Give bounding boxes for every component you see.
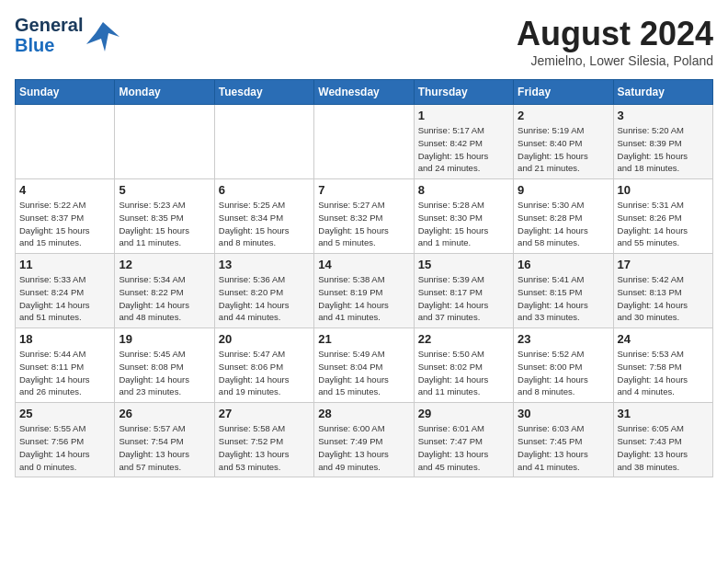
calendar-cell [214, 105, 313, 179]
weekday-header-saturday: Saturday [613, 80, 712, 105]
logo-general: General [15, 15, 83, 35]
day-info: Sunrise: 5:42 AM Sunset: 8:13 PM Dayligh… [618, 273, 709, 324]
day-info: Sunrise: 5:45 AM Sunset: 8:08 PM Dayligh… [119, 348, 210, 398]
calendar-cell: 5Sunrise: 5:23 AM Sunset: 8:35 PM Daylig… [115, 179, 214, 254]
calendar-cell: 2Sunrise: 5:19 AM Sunset: 8:40 PM Daylig… [514, 105, 613, 179]
day-number: 1 [418, 109, 509, 122]
month-title: August 2024 [517, 15, 713, 53]
day-info: Sunrise: 5:23 AM Sunset: 8:35 PM Dayligh… [119, 199, 210, 249]
title-area: August 2024 Jemielno, Lower Silesia, Pol… [517, 15, 713, 68]
calendar-header: SundayMondayTuesdayWednesdayThursdayFrid… [16, 80, 713, 105]
day-number: 11 [19, 258, 110, 271]
day-info: Sunrise: 5:34 AM Sunset: 8:22 PM Dayligh… [119, 273, 210, 324]
weekday-header-thursday: Thursday [414, 80, 513, 105]
day-number: 19 [119, 332, 210, 346]
weekday-header-monday: Monday [115, 80, 214, 105]
calendar-cell: 13Sunrise: 5:36 AM Sunset: 8:20 PM Dayli… [214, 254, 313, 328]
day-number: 28 [318, 407, 409, 420]
calendar-cell: 3Sunrise: 5:20 AM Sunset: 8:39 PM Daylig… [613, 105, 712, 179]
day-number: 4 [19, 183, 110, 197]
calendar-cell [16, 105, 115, 179]
day-number: 26 [119, 407, 210, 420]
day-number: 30 [518, 407, 609, 420]
calendar-cell: 4Sunrise: 5:22 AM Sunset: 8:37 PM Daylig… [16, 179, 115, 254]
calendar-cell: 15Sunrise: 5:39 AM Sunset: 8:17 PM Dayli… [414, 254, 513, 328]
calendar-week-3: 18Sunrise: 5:44 AM Sunset: 8:11 PM Dayli… [16, 328, 713, 403]
calendar-cell: 23Sunrise: 5:52 AM Sunset: 8:00 PM Dayli… [514, 328, 613, 403]
day-number: 31 [618, 407, 709, 420]
day-info: Sunrise: 5:38 AM Sunset: 8:19 PM Dayligh… [318, 273, 409, 324]
day-info: Sunrise: 5:30 AM Sunset: 8:28 PM Dayligh… [518, 199, 609, 249]
calendar-cell: 14Sunrise: 5:38 AM Sunset: 8:19 PM Dayli… [314, 254, 414, 328]
calendar-week-0: 1Sunrise: 5:17 AM Sunset: 8:42 PM Daylig… [16, 105, 713, 179]
day-info: Sunrise: 5:19 AM Sunset: 8:40 PM Dayligh… [518, 124, 609, 175]
calendar-cell: 17Sunrise: 5:42 AM Sunset: 8:13 PM Dayli… [613, 254, 712, 328]
day-number: 3 [618, 109, 709, 122]
calendar-table: SundayMondayTuesdayWednesdayThursdayFrid… [15, 79, 713, 477]
day-info: Sunrise: 5:52 AM Sunset: 8:00 PM Dayligh… [518, 348, 609, 398]
day-info: Sunrise: 5:25 AM Sunset: 8:34 PM Dayligh… [219, 199, 310, 249]
day-number: 5 [119, 183, 210, 197]
calendar-cell [115, 105, 214, 179]
calendar-cell: 8Sunrise: 5:28 AM Sunset: 8:30 PM Daylig… [414, 179, 513, 254]
calendar-cell: 1Sunrise: 5:17 AM Sunset: 8:42 PM Daylig… [414, 105, 513, 179]
calendar-cell: 22Sunrise: 5:50 AM Sunset: 8:02 PM Dayli… [414, 328, 513, 403]
calendar-cell: 10Sunrise: 5:31 AM Sunset: 8:26 PM Dayli… [613, 179, 712, 254]
day-number: 7 [318, 183, 409, 197]
calendar-cell: 29Sunrise: 6:01 AM Sunset: 7:47 PM Dayli… [414, 403, 513, 477]
day-number: 2 [518, 109, 609, 122]
day-number: 24 [618, 332, 709, 346]
location-subtitle: Jemielno, Lower Silesia, Poland [517, 53, 713, 68]
calendar-cell [314, 105, 414, 179]
day-info: Sunrise: 5:33 AM Sunset: 8:24 PM Dayligh… [19, 273, 110, 324]
day-info: Sunrise: 6:00 AM Sunset: 7:49 PM Dayligh… [318, 422, 409, 473]
calendar-cell: 31Sunrise: 6:05 AM Sunset: 7:43 PM Dayli… [613, 403, 712, 477]
calendar-cell: 30Sunrise: 6:03 AM Sunset: 7:45 PM Dayli… [514, 403, 613, 477]
day-number: 29 [418, 407, 509, 420]
day-info: Sunrise: 6:01 AM Sunset: 7:47 PM Dayligh… [418, 422, 509, 473]
day-info: Sunrise: 5:47 AM Sunset: 8:06 PM Dayligh… [219, 348, 310, 398]
weekday-header-tuesday: Tuesday [214, 80, 313, 105]
header: General Blue August 2024 Jemielno, Lower… [15, 15, 713, 68]
calendar-cell: 27Sunrise: 5:58 AM Sunset: 7:52 PM Dayli… [214, 403, 313, 477]
logo: General Blue [15, 15, 119, 55]
day-number: 12 [119, 258, 210, 271]
calendar-week-2: 11Sunrise: 5:33 AM Sunset: 8:24 PM Dayli… [16, 254, 713, 328]
calendar-cell: 28Sunrise: 6:00 AM Sunset: 7:49 PM Dayli… [314, 403, 414, 477]
day-info: Sunrise: 5:58 AM Sunset: 7:52 PM Dayligh… [219, 422, 310, 473]
day-number: 27 [219, 407, 310, 420]
day-number: 21 [318, 332, 409, 346]
day-number: 22 [418, 332, 509, 346]
calendar-cell: 6Sunrise: 5:25 AM Sunset: 8:34 PM Daylig… [214, 179, 313, 254]
calendar-cell: 24Sunrise: 5:53 AM Sunset: 7:58 PM Dayli… [613, 328, 712, 403]
day-number: 9 [518, 183, 609, 197]
calendar-week-4: 25Sunrise: 5:55 AM Sunset: 7:56 PM Dayli… [16, 403, 713, 477]
day-info: Sunrise: 5:55 AM Sunset: 7:56 PM Dayligh… [19, 422, 110, 473]
day-info: Sunrise: 5:57 AM Sunset: 7:54 PM Dayligh… [119, 422, 210, 473]
day-info: Sunrise: 5:41 AM Sunset: 8:15 PM Dayligh… [518, 273, 609, 324]
day-number: 25 [19, 407, 110, 420]
logo-blue: Blue [15, 35, 83, 55]
day-info: Sunrise: 5:20 AM Sunset: 8:39 PM Dayligh… [618, 124, 709, 175]
weekday-header-sunday: Sunday [16, 80, 115, 105]
day-info: Sunrise: 5:44 AM Sunset: 8:11 PM Dayligh… [19, 348, 110, 398]
day-info: Sunrise: 5:53 AM Sunset: 7:58 PM Dayligh… [618, 348, 709, 398]
day-info: Sunrise: 5:31 AM Sunset: 8:26 PM Dayligh… [618, 199, 709, 249]
day-number: 14 [318, 258, 409, 271]
calendar-cell: 11Sunrise: 5:33 AM Sunset: 8:24 PM Dayli… [16, 254, 115, 328]
calendar-cell: 18Sunrise: 5:44 AM Sunset: 8:11 PM Dayli… [16, 328, 115, 403]
day-info: Sunrise: 5:49 AM Sunset: 8:04 PM Dayligh… [318, 348, 409, 398]
weekday-header-wednesday: Wednesday [314, 80, 414, 105]
day-number: 23 [518, 332, 609, 346]
day-info: Sunrise: 5:17 AM Sunset: 8:42 PM Dayligh… [418, 124, 509, 175]
day-number: 6 [219, 183, 310, 197]
day-number: 17 [618, 258, 709, 271]
calendar-cell: 25Sunrise: 5:55 AM Sunset: 7:56 PM Dayli… [16, 403, 115, 477]
day-number: 13 [219, 258, 310, 271]
calendar-cell: 26Sunrise: 5:57 AM Sunset: 7:54 PM Dayli… [115, 403, 214, 477]
weekday-header-friday: Friday [514, 80, 613, 105]
calendar-body: 1Sunrise: 5:17 AM Sunset: 8:42 PM Daylig… [16, 105, 713, 477]
svg-marker-0 [86, 22, 119, 52]
day-info: Sunrise: 5:39 AM Sunset: 8:17 PM Dayligh… [418, 273, 509, 324]
day-number: 20 [219, 332, 310, 346]
